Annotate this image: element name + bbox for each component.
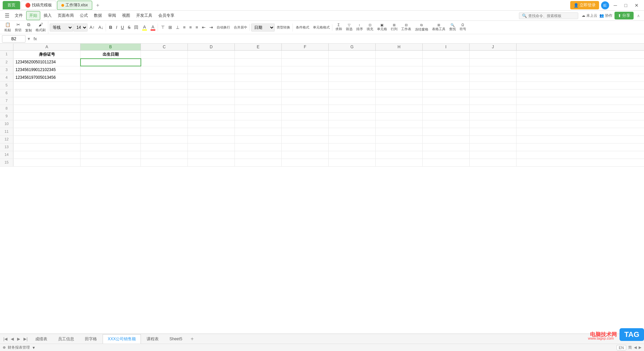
list-item[interactable] — [282, 66, 329, 74]
row-number[interactable]: 8 — [0, 105, 13, 112]
list-item[interactable] — [188, 82, 235, 89]
find-button[interactable]: 🔍查找 — [447, 22, 458, 33]
list-item[interactable] — [235, 105, 282, 112]
close-button[interactable]: ✕ — [632, 2, 641, 9]
align-right-button[interactable]: ≡ — [194, 24, 200, 31]
menu-formula[interactable]: 公式 — [77, 11, 91, 20]
freeze-button[interactable]: ⧉冻结窗格 — [413, 22, 430, 33]
list-item[interactable] — [329, 159, 376, 166]
wrap-text-button[interactable]: 自动换行 — [215, 24, 232, 31]
list-item[interactable] — [188, 120, 235, 128]
list-item[interactable] — [470, 66, 517, 74]
list-item[interactable] — [282, 143, 329, 151]
list-item[interactable] — [235, 97, 282, 105]
number-format-select[interactable]: 日期 — [251, 23, 275, 32]
list-item[interactable] — [235, 120, 282, 128]
list-item[interactable] — [470, 105, 517, 112]
row-number[interactable]: 10 — [0, 120, 13, 128]
col-header-b[interactable]: B — [80, 44, 141, 50]
list-item[interactable] — [188, 90, 235, 97]
list-item[interactable] — [13, 159, 80, 166]
list-item[interactable] — [470, 59, 517, 66]
list-item[interactable] — [13, 128, 80, 135]
menu-developer[interactable]: 开发工具 — [133, 11, 155, 20]
strikethrough-button[interactable]: S̶ — [126, 24, 132, 31]
list-item[interactable] — [470, 82, 517, 89]
list-item[interactable] — [376, 151, 423, 159]
paste-button[interactable]: 📋粘贴 — [3, 21, 13, 34]
list-item[interactable] — [141, 105, 188, 112]
cloud-button[interactable]: ☁ 未上云 — [582, 13, 597, 18]
sheet-tab-1[interactable]: 成绩表 — [30, 334, 52, 344]
sort-button[interactable]: ↕排序 — [355, 22, 365, 33]
list-item[interactable]: 123456197005013456 — [13, 74, 80, 81]
list-item[interactable] — [282, 90, 329, 97]
list-item[interactable] — [188, 51, 235, 58]
sheet-add-button[interactable]: + — [188, 335, 196, 343]
list-item[interactable] — [13, 143, 80, 151]
row-number[interactable]: 7 — [0, 97, 13, 105]
list-item[interactable] — [282, 113, 329, 120]
list-item[interactable] — [141, 159, 188, 166]
list-item[interactable] — [282, 59, 329, 66]
list-item[interactable] — [141, 66, 188, 74]
decrease-indent-button[interactable]: ⇤ — [200, 24, 207, 31]
list-item[interactable] — [80, 113, 141, 120]
list-item[interactable] — [376, 82, 423, 89]
tab-template[interactable]: 🔴 找稿壳模板 — [21, 1, 56, 10]
col-header-e[interactable]: E — [235, 44, 282, 50]
italic-button[interactable]: I — [114, 24, 119, 31]
row-number[interactable]: 2 — [0, 59, 13, 66]
col-header-c[interactable]: C — [141, 44, 188, 50]
col-header-i[interactable]: I — [423, 44, 470, 50]
list-item[interactable] — [188, 136, 235, 143]
list-item[interactable] — [329, 128, 376, 135]
format-brush-button[interactable]: 🖌格式刷 — [34, 21, 47, 34]
list-item[interactable] — [188, 105, 235, 112]
list-item[interactable] — [376, 97, 423, 105]
list-item[interactable] — [376, 136, 423, 143]
sheet-tab-2[interactable]: 员工信息 — [53, 334, 79, 344]
increase-indent-button[interactable]: ⇥ — [208, 24, 215, 31]
font-size-increase-button[interactable]: A↑ — [88, 24, 96, 31]
fx-button[interactable]: fx — [32, 36, 38, 41]
list-item[interactable] — [141, 151, 188, 159]
list-item[interactable] — [188, 59, 235, 66]
align-bottom-button[interactable]: ⊥ — [174, 24, 181, 31]
list-item[interactable] — [376, 143, 423, 151]
list-item[interactable] — [188, 151, 235, 159]
list-item[interactable] — [235, 59, 282, 66]
list-item[interactable] — [141, 120, 188, 128]
list-item[interactable] — [282, 128, 329, 135]
list-item[interactable] — [235, 136, 282, 143]
list-item[interactable] — [376, 120, 423, 128]
sheet-nav-prev[interactable]: ◀ — [9, 336, 15, 342]
list-item[interactable] — [141, 90, 188, 97]
list-item[interactable] — [235, 113, 282, 120]
list-item[interactable] — [282, 151, 329, 159]
list-item[interactable] — [423, 51, 470, 58]
list-item[interactable] — [141, 82, 188, 89]
sheet-button[interactable]: ⊟工作表 — [399, 22, 413, 33]
list-item[interactable] — [80, 128, 141, 135]
list-item[interactable] — [13, 113, 80, 120]
list-item[interactable] — [423, 97, 470, 105]
row-number[interactable]: 6 — [0, 90, 13, 97]
bold-button[interactable]: B — [107, 24, 114, 31]
list-item[interactable] — [329, 66, 376, 74]
list-item[interactable] — [423, 74, 470, 81]
list-item[interactable] — [423, 159, 470, 166]
tab-file[interactable]: 工作簿3.xlsx — [57, 1, 92, 10]
list-item[interactable] — [235, 90, 282, 97]
list-item[interactable] — [80, 82, 141, 89]
list-item[interactable] — [141, 128, 188, 135]
font-size-decrease-button[interactable]: A↓ — [97, 24, 105, 31]
merge-button[interactable]: 合并居中 — [232, 24, 249, 31]
expand-rows-button[interactable]: ▼ — [27, 37, 31, 41]
list-item[interactable] — [188, 74, 235, 81]
list-item[interactable] — [423, 90, 470, 97]
align-center-button[interactable]: ≡ — [187, 24, 194, 31]
list-item[interactable] — [80, 74, 141, 81]
sheet-tab-6[interactable]: Sheet5 — [164, 335, 187, 343]
list-item[interactable] — [235, 151, 282, 159]
